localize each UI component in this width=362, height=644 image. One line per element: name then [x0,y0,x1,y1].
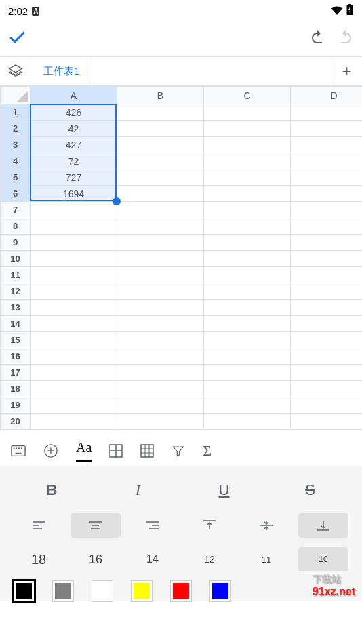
underline-button[interactable]: U [186,477,262,504]
align-right-button[interactable] [127,513,178,538]
font-size-option[interactable]: 18 [14,547,64,571]
cell[interactable] [291,137,363,153]
cell[interactable] [291,251,363,267]
text-format-button[interactable]: Aa [76,440,92,462]
cell[interactable] [291,397,363,414]
color-swatch-gray[interactable] [53,581,73,601]
align-left-button[interactable] [14,513,64,538]
cell[interactable] [204,153,291,169]
add-sheet-button[interactable]: + [331,57,362,85]
cell[interactable] [204,218,291,235]
cell[interactable] [31,251,117,267]
valign-bottom-button[interactable] [298,513,348,538]
row-header[interactable]: 11 [1,267,31,283]
cell[interactable] [117,202,204,218]
cell[interactable] [117,267,204,283]
cell[interactable]: 427 [31,137,117,153]
cell[interactable] [204,251,291,267]
redo-button[interactable] [338,29,354,49]
cell[interactable] [117,348,204,365]
cell[interactable] [204,283,291,300]
valign-middle-button[interactable] [241,513,291,538]
cell[interactable] [204,104,291,121]
font-size-option[interactable]: 11 [241,547,291,571]
cell[interactable] [31,332,117,348]
cell[interactable] [204,316,291,332]
row-header[interactable]: 3 [1,137,31,153]
row-header[interactable]: 10 [1,251,31,267]
cell[interactable] [117,169,204,186]
cell[interactable] [291,267,363,283]
cell[interactable] [117,235,204,251]
bold-button[interactable]: B [14,477,90,504]
row-header[interactable]: 20 [1,414,31,430]
row-header[interactable]: 17 [1,365,31,381]
cell[interactable] [117,283,204,300]
cell[interactable] [31,218,117,235]
cell[interactable] [117,104,204,121]
column-header-b[interactable]: B [117,87,204,104]
font-size-option[interactable]: 12 [184,547,235,571]
row-header[interactable]: 15 [1,332,31,348]
cell[interactable] [204,381,291,397]
row-header[interactable]: 13 [1,300,31,316]
selection-handle[interactable] [113,197,121,205]
cell[interactable] [31,267,117,283]
cell[interactable] [117,365,204,381]
row-header[interactable]: 5 [1,169,31,186]
cell[interactable]: 426 [31,104,117,121]
row-header[interactable]: 8 [1,218,31,235]
cell[interactable] [291,104,363,121]
confirm-button[interactable] [8,28,26,51]
cell[interactable] [117,332,204,348]
row-header[interactable]: 9 [1,235,31,251]
valign-top-button[interactable] [184,513,235,538]
cell[interactable] [291,316,363,332]
cell[interactable] [31,365,117,381]
cell[interactable] [204,300,291,316]
cell[interactable] [291,202,363,218]
cell[interactable] [117,121,204,137]
cell[interactable] [31,397,117,414]
cell[interactable]: 42 [31,121,117,137]
row-header[interactable]: 6 [1,186,31,202]
cell[interactable] [204,365,291,381]
cell[interactable] [31,300,117,316]
align-center-button[interactable] [71,513,121,538]
row-header[interactable]: 18 [1,381,31,397]
cell[interactable] [291,414,363,430]
row-header[interactable]: 4 [1,153,31,169]
cell[interactable] [117,381,204,397]
keyboard-button[interactable] [11,445,26,457]
cell[interactable] [204,169,291,186]
cell[interactable] [117,186,204,202]
cell[interactable] [31,414,117,430]
italic-button[interactable]: I [100,477,176,504]
cell[interactable] [31,316,117,332]
row-header[interactable]: 19 [1,397,31,414]
cell[interactable] [31,381,117,397]
strikethrough-button[interactable]: S [272,477,348,504]
cell[interactable] [204,186,291,202]
formula-button[interactable]: Σ [203,442,212,460]
row-header[interactable]: 7 [1,202,31,218]
cell[interactable] [31,235,117,251]
row-header[interactable]: 1 [1,104,31,121]
cell[interactable] [204,137,291,153]
cell[interactable] [204,348,291,365]
cell[interactable] [204,397,291,414]
cell[interactable]: 1694 [31,186,117,202]
add-button[interactable] [43,443,58,458]
cell[interactable] [117,300,204,316]
color-swatch-red[interactable] [171,581,191,601]
cell[interactable] [117,397,204,414]
cell[interactable] [117,137,204,153]
cell[interactable]: 727 [31,169,117,186]
cell[interactable] [117,251,204,267]
cell[interactable]: 72 [31,153,117,169]
sheets-button[interactable] [0,57,31,85]
cell[interactable] [31,202,117,218]
table-button[interactable] [140,444,154,458]
cell[interactable] [204,414,291,430]
cell[interactable] [291,381,363,397]
